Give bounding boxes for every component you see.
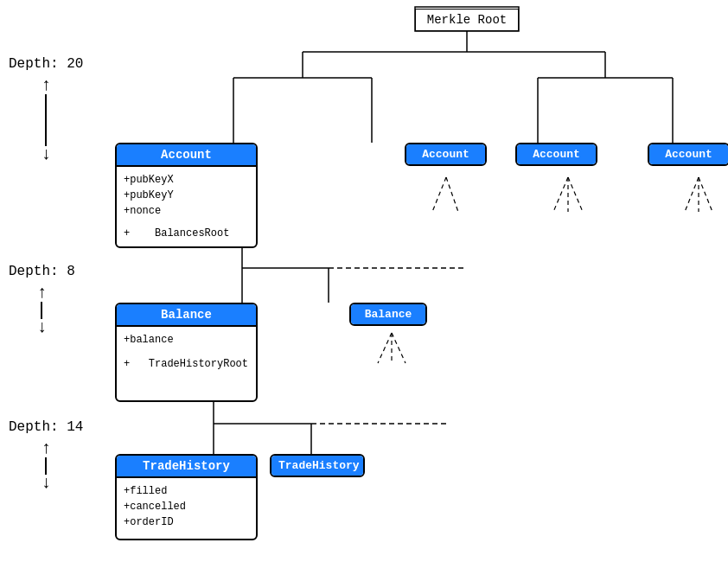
arrow-line-2 bbox=[41, 302, 42, 319]
account4-header: Account bbox=[649, 144, 728, 164]
svg-line-18 bbox=[699, 177, 712, 212]
tradehistory2-header: TradeHistory bbox=[271, 456, 363, 476]
account1-header: Account bbox=[117, 144, 256, 167]
arrow-up-3: ↑ bbox=[41, 440, 51, 457]
arrow-down-3: ↓ bbox=[41, 475, 51, 492]
svg-line-26 bbox=[392, 333, 406, 363]
account2-header: Account bbox=[406, 144, 485, 164]
depth-label-2: Depth: 8 ↑ ↓ bbox=[9, 264, 75, 336]
balance1-body: +balance + TradeHistoryRoot bbox=[117, 327, 256, 377]
balance2-header: Balance bbox=[351, 304, 425, 324]
tradehistory1-node: TradeHistory +filled +cancelled +orderID bbox=[115, 454, 258, 540]
balance1-node: Balance +balance + TradeHistoryRoot bbox=[115, 303, 258, 402]
depth-label-3: Depth: 14 ↑ ↓ bbox=[9, 419, 83, 492]
account4-node: Account bbox=[648, 143, 728, 166]
account3-header: Account bbox=[517, 144, 596, 164]
arrow-line-1 bbox=[45, 94, 47, 146]
arrow-line-3 bbox=[45, 457, 47, 475]
balance2-node: Balance bbox=[349, 303, 427, 326]
arrow-down-2: ↓ bbox=[36, 319, 47, 336]
svg-line-16 bbox=[685, 177, 699, 212]
balance1-header: Balance bbox=[117, 304, 256, 327]
svg-line-11 bbox=[432, 177, 446, 212]
account3-node: Account bbox=[515, 143, 597, 166]
tradehistory1-header: TradeHistory bbox=[117, 456, 256, 478]
arrow-down-1: ↓ bbox=[41, 146, 51, 163]
svg-line-13 bbox=[553, 177, 568, 212]
svg-line-12 bbox=[446, 177, 458, 212]
merkle-root-node: Merkle Root bbox=[415, 9, 519, 31]
arrow-up-2: ↑ bbox=[36, 284, 47, 302]
account2-node: Account bbox=[405, 143, 487, 166]
merkle-root-label: Merkle Root bbox=[427, 13, 507, 27]
connection-lines bbox=[0, 0, 728, 562]
diagram: Merkle Root Depth: 20 ↑ ↓ Account +pubKe… bbox=[0, 0, 728, 562]
tradehistory2-node: TradeHistory bbox=[270, 454, 365, 477]
account1-node: Account +pubKeyX +pubKeyY +nonce + Balan… bbox=[115, 143, 258, 248]
svg-line-24 bbox=[378, 333, 392, 363]
account1-body: +pubKeyX +pubKeyY +nonce + BalancesRoot bbox=[117, 167, 256, 246]
svg-line-15 bbox=[568, 177, 583, 212]
tradehistory1-body: +filled +cancelled +orderID bbox=[117, 478, 256, 535]
depth-label-1: Depth: 20 ↑ ↓ bbox=[9, 56, 83, 163]
arrow-up-1: ↑ bbox=[41, 77, 51, 94]
